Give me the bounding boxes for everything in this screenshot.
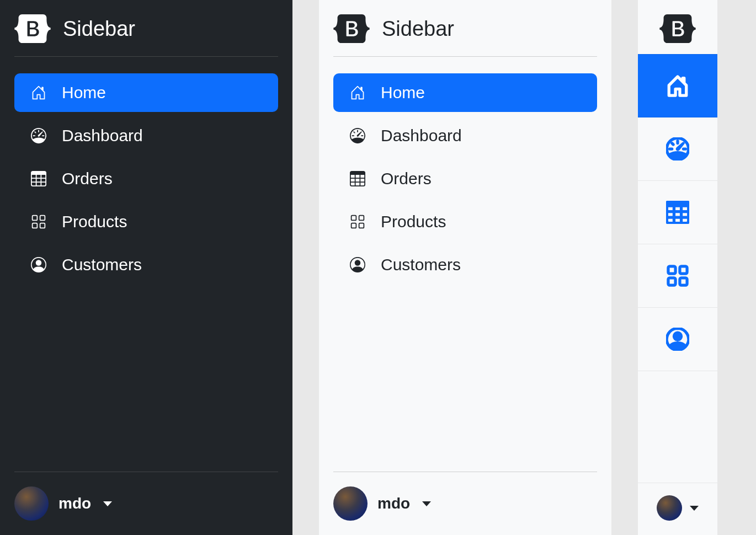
nav-list <box>638 54 717 483</box>
bootstrap-logo-icon <box>659 14 696 43</box>
brand-title: Sidebar <box>63 17 135 41</box>
nav-customers[interactable]: Customers <box>333 245 597 284</box>
user-dropdown[interactable]: mdo <box>333 472 597 521</box>
nav-orders[interactable]: Orders <box>14 159 278 198</box>
user-dropdown[interactable]: mdo <box>14 472 278 521</box>
caret-down-icon <box>422 501 431 506</box>
bootstrap-logo-icon <box>333 14 370 43</box>
username: mdo <box>377 495 410 512</box>
nav-dashboard[interactable]: Dashboard <box>333 116 597 155</box>
nav-dashboard[interactable] <box>638 117 717 181</box>
sidebar-icon-only <box>638 0 717 535</box>
table-icon <box>350 171 365 186</box>
nav-products[interactable]: Products <box>333 202 597 241</box>
table-icon <box>666 201 689 224</box>
avatar <box>333 486 368 521</box>
avatar <box>14 486 49 521</box>
nav-home[interactable] <box>638 54 717 117</box>
sidebar-light: Sidebar Home Dashboard Orders Products C… <box>319 0 611 535</box>
nav-home[interactable]: Home <box>14 73 278 112</box>
table-icon <box>31 171 46 186</box>
home-icon <box>350 85 365 100</box>
speedometer-icon <box>31 128 46 143</box>
person-circle-icon <box>31 257 46 272</box>
nav-label: Customers <box>381 255 461 274</box>
brand-link[interactable]: Sidebar <box>14 14 278 43</box>
brand-link[interactable]: Sidebar <box>333 14 597 43</box>
grid-icon <box>666 264 689 287</box>
user-dropdown[interactable] <box>638 483 717 521</box>
nav-label: Products <box>381 212 446 231</box>
sidebar-dark: Sidebar Home Dashboard Orders Products C… <box>0 0 292 535</box>
speedometer-icon <box>350 128 365 143</box>
avatar <box>657 495 682 521</box>
nav-orders[interactable]: Orders <box>333 159 597 198</box>
person-circle-icon <box>350 257 365 272</box>
bootstrap-logo-icon <box>14 14 51 43</box>
nav-label: Products <box>62 212 127 231</box>
home-icon <box>31 85 46 100</box>
nav-products[interactable]: Products <box>14 202 278 241</box>
nav-list: Home Dashboard Orders Products Customers <box>333 73 597 455</box>
caret-down-icon <box>103 501 112 506</box>
home-icon <box>666 74 689 98</box>
divider <box>14 56 278 57</box>
nav-products[interactable] <box>638 244 717 308</box>
nav-customers[interactable]: Customers <box>14 245 278 284</box>
brand-link[interactable] <box>659 14 696 43</box>
nav-dashboard[interactable]: Dashboard <box>14 116 278 155</box>
grid-icon <box>350 214 365 229</box>
speedometer-icon <box>666 137 689 160</box>
caret-down-icon <box>690 506 699 511</box>
grid-icon <box>31 214 46 229</box>
nav-label: Customers <box>62 255 142 274</box>
nav-label: Home <box>62 83 106 102</box>
nav-label: Home <box>381 83 425 102</box>
nav-orders[interactable] <box>638 181 717 244</box>
person-circle-icon <box>666 328 689 351</box>
nav-home[interactable]: Home <box>333 73 597 112</box>
nav-list: Home Dashboard Orders Products Customers <box>14 73 278 455</box>
nav-customers[interactable] <box>638 308 717 371</box>
divider <box>333 56 597 57</box>
nav-label: Dashboard <box>381 126 462 145</box>
nav-label: Orders <box>381 169 432 188</box>
brand-title: Sidebar <box>382 17 454 41</box>
username: mdo <box>58 495 91 512</box>
nav-label: Orders <box>62 169 113 188</box>
nav-label: Dashboard <box>62 126 143 145</box>
